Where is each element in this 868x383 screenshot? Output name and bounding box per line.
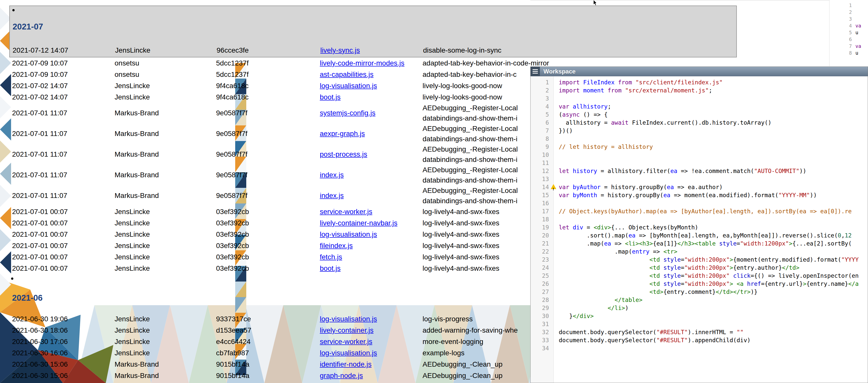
commit-hash[interactable]: 5dcc1237f [216,59,320,67]
file-link[interactable]: lively-code-mirror-modes.js [320,59,404,67]
code-line[interactable]: 30 }</div> [531,312,868,320]
code-token: = allhistory.filter( [597,168,670,174]
code-line[interactable]: 5(async () => { [531,110,868,119]
file-link[interactable]: boot.js [320,93,341,101]
background-code-editor[interactable]: 1234va5u67va8u [829,0,868,66]
code-line[interactable]: 15var byMonth = history.groupBy(ea => mo… [531,191,868,199]
file-cell: boot.js [320,264,423,273]
file-link[interactable]: fetch.js [320,253,342,261]
code-line[interactable]: 24 <td style="width:200px">{entry.author… [531,264,868,272]
code-line[interactable]: 8 [531,135,868,143]
commit-date: 2021-07-01 11:07 [12,130,115,138]
code-token: import [559,79,583,86]
code-token: <a [737,281,747,287]
code-line[interactable]: 23 <td style="width:200px">{moment(entry… [531,256,868,264]
code-line[interactable]: 27 <td>{entry.comment}</td></tr>)} [531,288,868,296]
code-text: var byMonth = history.groupBy(ea => mome… [554,191,817,199]
code-line[interactable]: 12let history = allhistory.filter(ea => … [531,167,868,175]
file-link[interactable]: log-visualisation.js [320,349,377,357]
commit-hash[interactable]: d153eea57 [216,326,320,334]
code-line[interactable]: 26 <td style="width:200px"> <a href={ent… [531,280,868,288]
code-line[interactable]: 2import moment from "src/external/moment… [531,86,868,94]
code-editor[interactable]: 1import FileIndex from "src/client/filei… [531,76,868,383]
commit-hash[interactable]: 9f4ca618c [216,82,320,90]
commit-hash[interactable]: 03ef392cb [216,264,320,273]
code-line[interactable]: 18 [531,215,868,223]
file-link[interactable]: boot.js [320,264,341,272]
commit-hash[interactable]: 9e0587f7f [216,130,320,138]
file-link[interactable]: lively-container-navbar.js [320,219,397,227]
file-link[interactable]: graph-node.js [320,372,363,380]
code-token: allhistory = [559,119,611,126]
code-line[interactable]: 32document.body.querySelector("#RESULT")… [531,328,868,336]
file-link[interactable]: service-worker.js [320,208,372,216]
code-line[interactable]: 17// Object.keys(byAuthor).map(ea => [by… [531,207,868,215]
code-line[interactable]: 19let div = <div>{... Object.keys(byMont… [531,223,868,231]
file-link[interactable]: systemjs-config.js [320,109,375,117]
code-line[interactable]: 25 <td style="width:200px" click={() => … [531,272,868,280]
commit-hash[interactable]: 9e0587f7f [216,150,320,158]
file-link[interactable]: post-process.js [320,150,367,158]
file-link[interactable]: log-visualisation.js [320,82,377,90]
window-menu-icon[interactable] [531,67,540,76]
commit-hash[interactable]: 9015bf14a [216,360,320,369]
code-line[interactable]: 14!var byAuthor = history.groupBy(ea => … [531,183,868,191]
line-number: 28 [531,296,554,304]
code-token: entry [632,248,649,255]
file-link[interactable]: index.js [320,192,344,199]
commit-hash[interactable]: 9015bf14a [216,372,320,380]
code-line[interactable]: 28 </table> [531,296,868,304]
code-line[interactable]: 16 [531,199,868,207]
commit-hash[interactable]: 03ef392cb [216,253,320,261]
commit-date: 2021-07-02 14:07 [12,82,115,90]
code-line[interactable]: 10 [531,151,868,159]
file-link[interactable]: log-visualisation.js [320,315,377,323]
code-line[interactable]: 34 [531,344,868,352]
commit-hash[interactable]: cb7fab987 [216,349,320,357]
commit-hash[interactable]: 03ef392cb [216,230,320,238]
code-line[interactable]: 4var allhistory; [531,102,868,110]
commit-hash[interactable]: 9f4ca618c [216,93,320,101]
file-link[interactable]: fileindex.js [320,242,353,250]
file-link[interactable]: aexpr-graph.js [320,130,365,137]
code-line[interactable]: 21 .map(ea => <li><h3>{ea[1]}</h3><table… [531,240,868,248]
commit-hash[interactable]: 03ef392cb [216,242,320,250]
code-line[interactable]: 33document.body.querySelector("#RESULT")… [531,336,868,344]
commit-date: 2021-07-12 14:07 [12,46,115,54]
commit-hash[interactable]: 03ef392cb [216,208,320,216]
commit-hash[interactable]: 9e0587f7f [216,192,320,200]
file-link[interactable]: lively-sync.js [320,46,360,54]
file-link[interactable]: log-visualisation.js [320,230,377,238]
code-token: > [730,256,733,263]
code-token: {... Object.keys(byMonth) [611,224,698,231]
code-line[interactable]: 3 [531,94,868,102]
commit-hash[interactable]: e4cc64424 [216,338,320,346]
code-line[interactable]: 29 </li>) [531,304,868,312]
commit-hash[interactable]: 9e0587f7f [216,171,320,179]
code-line[interactable]: 31 [531,320,868,328]
commit-hash[interactable]: 9e0587f7f [216,109,320,117]
file-link[interactable]: ast-capabilities.js [320,70,373,78]
code-line[interactable]: 6 allhistory = await FileIndex.current()… [531,119,868,127]
commit-hash[interactable]: 96ccec3fe [217,46,320,54]
commit-hash[interactable]: 9337317ce [216,315,320,323]
code-text [554,344,559,352]
workspace-titlebar[interactable]: Workspace [531,67,868,76]
code-token [621,87,625,94]
file-link[interactable]: lively-container.js [320,326,373,334]
code-line[interactable]: 7})() [531,127,868,135]
file-link[interactable]: identifier-node.js [320,360,371,368]
code-line[interactable]: 22 .map(entry => <tr> [531,248,868,256]
code-line[interactable]: 11 [531,159,868,167]
commit-hash[interactable]: 03ef392cb [216,219,320,227]
code-token: style [663,256,681,263]
code-line[interactable]: 20 .sort().map(ea => [byMonth[ea].length… [531,231,868,240]
code-line[interactable]: 13 [531,175,868,183]
file-link[interactable]: index.js [320,171,344,179]
file-link[interactable]: service-worker.js [320,338,372,346]
code-text: let history = allhistory.filter(ea => !e… [554,167,806,175]
code-line[interactable]: 1import FileIndex from "src/client/filei… [531,78,868,86]
line-number: 2 [531,86,554,94]
code-line[interactable]: 9// let history = allhistory [531,143,868,151]
commit-hash[interactable]: 5dcc1237f [216,70,320,78]
